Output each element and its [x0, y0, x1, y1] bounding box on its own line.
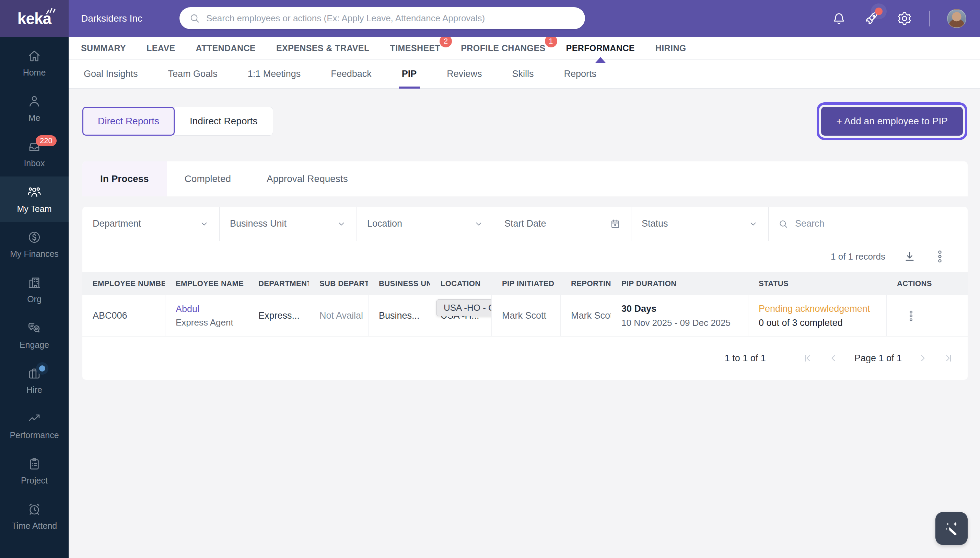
subtab-pip[interactable]: PIP — [402, 60, 417, 89]
sidebar-item-label: Hire — [26, 385, 42, 395]
employee-name-link[interactable]: Abdul — [176, 304, 244, 315]
company-name: Darksiders Inc — [81, 13, 142, 24]
previous-page-button[interactable] — [828, 353, 839, 363]
ai-assistant-fab[interactable] — [936, 512, 968, 545]
first-page-icon — [802, 353, 813, 363]
row-actions-button[interactable] — [906, 309, 964, 323]
magic-wand-icon — [942, 519, 961, 538]
sidebar-item-label: Me — [28, 113, 41, 123]
chevron-down-icon — [200, 219, 209, 229]
main-area: SUMMARY LEAVE ATTENDANCE EXPENSES & TRAV… — [69, 37, 980, 558]
subtab-feedback[interactable]: Feedback — [331, 60, 371, 89]
column-header-employee-name: EMPLOYEE NAME — [165, 272, 248, 295]
pip-content: Direct Reports Indirect Reports + Add an… — [69, 103, 980, 380]
whats-new-button[interactable] — [863, 10, 880, 27]
tab-profile-changes[interactable]: PROFILE CHANGES1 — [461, 43, 545, 53]
sidebar-item-performance[interactable]: Performance — [0, 403, 69, 448]
notifications-button[interactable] — [832, 11, 846, 26]
subtab-reviews[interactable]: Reviews — [447, 60, 482, 89]
business-unit-filter[interactable]: Business Unit — [219, 207, 357, 241]
sidebar-item-home[interactable]: Home — [0, 41, 69, 86]
sidebar-nav: Home Me 220 Inbox My Team My Finances Or… — [0, 37, 69, 558]
table-search-input[interactable] — [795, 218, 958, 229]
sub-department-value: Not Availal — [319, 310, 365, 321]
sidebar-item-hire[interactable]: Hire — [0, 358, 69, 403]
subtab-goal-insights[interactable]: Goal Insights — [84, 60, 138, 89]
download-button[interactable] — [903, 250, 916, 263]
performance-subnav: Goal Insights Team Goals 1:1 Meetings Fe… — [69, 60, 980, 89]
chevron-down-icon — [337, 219, 346, 229]
tab-leave[interactable]: LEAVE — [147, 43, 175, 53]
subtab-1-1-meetings[interactable]: 1:1 Meetings — [248, 60, 301, 89]
subtab-reports[interactable]: Reports — [564, 60, 596, 89]
department-value: Express... — [258, 310, 305, 321]
sidebar-item-label: Home — [23, 68, 46, 77]
cell-department: Express... — [248, 295, 309, 336]
next-page-button[interactable] — [918, 353, 928, 363]
keka-logo[interactable]: keka — [0, 0, 69, 37]
tab-in-process[interactable]: In Process — [82, 161, 167, 197]
tab-attendance[interactable]: ATTENDANCE — [196, 43, 256, 53]
business-unit-filter-label: Business Unit — [230, 218, 286, 229]
tab-timesheet[interactable]: TIMESHEET2 — [390, 43, 440, 53]
search-icon — [189, 13, 200, 24]
sidebar-item-my-finances[interactable]: My Finances — [0, 222, 69, 267]
sidebar-item-inbox[interactable]: 220 Inbox — [0, 131, 69, 177]
tab-performance[interactable]: PERFORMANCE — [566, 43, 635, 53]
table-search — [769, 207, 968, 241]
subtab-skills[interactable]: Skills — [512, 60, 533, 89]
table-row: ABC006 Abdul Express Agent Express... No… — [82, 295, 968, 336]
tab-expenses-travel[interactable]: EXPENSES & TRAVEL — [276, 43, 370, 53]
indirect-reports-toggle[interactable]: Indirect Reports — [175, 107, 273, 136]
global-search-input[interactable] — [206, 13, 576, 24]
column-header-department: DEPARTMENT — [248, 272, 309, 295]
filter-bar: Department Business Unit Location Start … — [82, 207, 968, 241]
direct-reports-toggle[interactable]: Direct Reports — [82, 107, 175, 136]
subtab-team-goals[interactable]: Team Goals — [168, 60, 218, 89]
sidebar-item-project[interactable]: Project — [0, 448, 69, 494]
column-header-employee-number: EMPLOYEE NUMBER — [82, 272, 165, 295]
tab-approval-requests[interactable]: Approval Requests — [249, 161, 366, 197]
hire-notification-dot — [39, 365, 45, 371]
tab-summary[interactable]: SUMMARY — [81, 43, 126, 53]
clipboard-icon — [27, 457, 41, 471]
chevron-down-icon — [474, 219, 483, 229]
location-filter[interactable]: Location — [357, 207, 494, 241]
trend-icon — [27, 411, 41, 426]
cell-business-unit: Busines... — [368, 295, 430, 336]
cell-pip-initiated-by: Mark Scott — [492, 295, 561, 336]
sidebar-item-my-team[interactable]: My Team — [0, 177, 69, 222]
team-icon — [27, 184, 42, 200]
sidebar-item-me[interactable]: Me — [0, 86, 69, 131]
user-avatar[interactable] — [947, 9, 966, 28]
cell-reporting-manager: Mark Scott — [561, 295, 611, 336]
tab-hiring[interactable]: HIRING — [655, 43, 686, 53]
sidebar-item-org[interactable]: Org — [0, 267, 69, 312]
pip-initiated-by-value: Mark Scott — [502, 310, 557, 321]
add-employee-to-pip-button[interactable]: + Add an employee to PIP — [821, 107, 963, 136]
start-date-filter-label: Start Date — [504, 218, 546, 229]
topbar-divider — [929, 11, 930, 26]
settings-button[interactable] — [897, 11, 912, 26]
sidebar-item-label: Project — [21, 476, 48, 486]
last-page-button[interactable] — [944, 353, 954, 363]
gear-icon — [897, 11, 912, 26]
start-date-filter[interactable]: Start Date — [494, 207, 632, 241]
sidebar-item-engage[interactable]: Engage — [0, 312, 69, 358]
cell-pip-duration: 30 Days 10 Nov 2025 - 09 Dec 2025 — [611, 295, 748, 336]
records-toolbar: 1 of 1 records — [82, 241, 968, 272]
sidebar-item-label: Time Attend — [11, 521, 57, 531]
column-header-pip-duration: PIP DURATION — [611, 272, 748, 295]
column-header-sub-department: SUB DEPARTM — [309, 272, 368, 295]
sidebar-item-time-attend[interactable]: Time Attend — [0, 494, 69, 539]
column-header-location: LOCATION — [430, 272, 492, 295]
status-filter[interactable]: Status — [632, 207, 769, 241]
tab-completed[interactable]: Completed — [167, 161, 249, 197]
toolbar-row: Direct Reports Indirect Reports + Add an… — [82, 103, 968, 140]
column-header-status: STATUS — [748, 272, 887, 295]
cell-employee-name: Abdul Express Agent — [165, 295, 248, 336]
first-page-button[interactable] — [802, 353, 813, 363]
reporting-manager-value: Mark Scott — [571, 310, 607, 321]
table-options-button[interactable] — [934, 249, 946, 264]
department-filter[interactable]: Department — [82, 207, 219, 241]
